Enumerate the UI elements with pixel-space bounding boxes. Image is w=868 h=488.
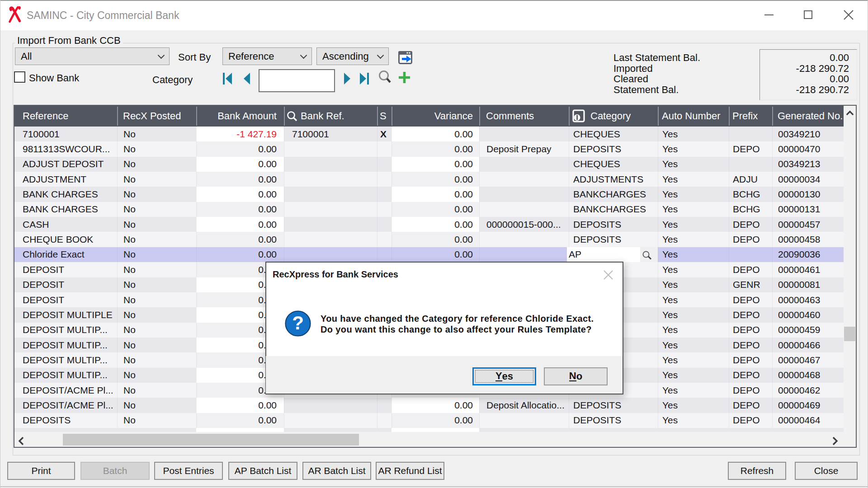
svg-text:?: ? [292,312,304,333]
